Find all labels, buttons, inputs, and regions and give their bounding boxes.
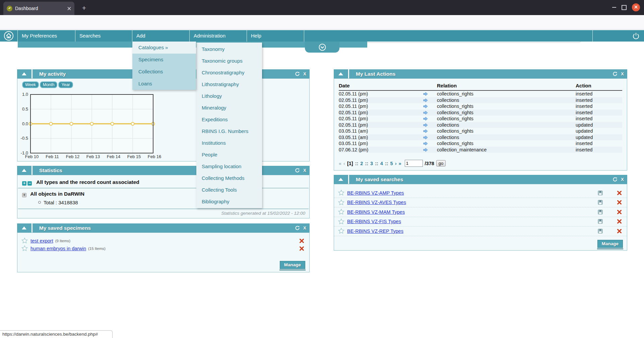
saved-specimen-link[interactable]: test export	[30, 238, 53, 244]
collapse-button[interactable]	[17, 69, 31, 78]
logout-power-button[interactable]	[629, 32, 643, 41]
go-button[interactable]: go	[436, 160, 446, 166]
submenu-item[interactable]: Lithology	[196, 90, 262, 102]
submenu-item[interactable]: Institutions	[196, 137, 262, 149]
window-maximize-button[interactable]	[622, 5, 627, 10]
new-tab-button[interactable]: +	[79, 3, 89, 13]
delete-icon[interactable]	[617, 191, 622, 195]
star-icon[interactable]	[338, 228, 344, 234]
menu-item-searches[interactable]: Searches	[75, 30, 132, 42]
last-page-button[interactable]: »	[399, 161, 401, 166]
save-icon[interactable]	[598, 209, 603, 214]
delete-icon[interactable]	[617, 219, 622, 224]
page-link[interactable]: 4	[380, 161, 383, 166]
submenu-item[interactable]: Chronostratigraphy	[196, 67, 262, 78]
menu-collapse-toggle[interactable]	[305, 42, 339, 53]
menu-item-collections[interactable]: Collections	[132, 66, 196, 78]
refresh-icon[interactable]	[295, 71, 300, 76]
page-link-group: ::4	[375, 161, 383, 166]
submenu-item[interactable]: Taxonomic groups	[196, 55, 262, 67]
saved-search-link[interactable]: BE-RBINS VZ-FIS Types	[347, 219, 401, 224]
menu-item-catalogues[interactable]: Catalogues »	[132, 42, 196, 54]
submenu-item[interactable]: Sampling location	[196, 160, 262, 172]
close-icon[interactable]: X	[303, 69, 306, 78]
refresh-icon[interactable]	[613, 71, 618, 76]
saved-search-row: BE-RBINS VZ-REP Types	[334, 226, 627, 236]
page-link[interactable]: 3	[370, 161, 373, 166]
submenu-item[interactable]: Expeditions	[196, 114, 262, 125]
saved-search-link[interactable]: BE-RBINS VZ-REP Types	[347, 228, 403, 234]
save-icon[interactable]	[598, 219, 603, 224]
submenu-item[interactable]: RBINS I.G. Numbers	[196, 125, 262, 137]
home-button[interactable]	[0, 30, 18, 42]
close-icon[interactable]: X	[621, 175, 624, 184]
menu-item-my-preferences[interactable]: My Preferences	[18, 30, 75, 42]
window-minimize-button[interactable]	[612, 7, 616, 8]
month-button[interactable]: Month	[40, 81, 58, 88]
page-link[interactable]: 2	[360, 161, 363, 166]
delete-icon[interactable]	[617, 210, 622, 214]
arrow-icon[interactable]	[423, 147, 428, 154]
submenu-item[interactable]: Bibliography	[196, 196, 262, 207]
menu-item-administration[interactable]: Administration	[190, 30, 247, 42]
saved-search-link[interactable]: BE-RBINS VZ-AVES Types	[347, 200, 406, 205]
star-icon[interactable]	[21, 245, 28, 252]
saved-search-link[interactable]: BE-RBINS VZ-AMP Types	[347, 190, 404, 196]
next-page-button[interactable]: ›	[395, 161, 397, 166]
star-icon[interactable]	[338, 218, 344, 225]
collapse-button[interactable]	[334, 69, 348, 78]
close-icon[interactable]: X	[303, 223, 306, 232]
svg-text:Feb 16: Feb 16	[148, 154, 161, 159]
delete-icon[interactable]	[300, 246, 304, 251]
page-input[interactable]	[405, 160, 423, 167]
star-icon[interactable]	[338, 209, 344, 215]
bullet-icon	[38, 201, 41, 204]
browser-tab[interactable]: Dashboard	[3, 2, 74, 15]
delete-icon[interactable]	[617, 200, 622, 205]
year-button[interactable]: Year	[58, 81, 73, 88]
submenu-item[interactable]: People	[196, 149, 262, 160]
delete-icon[interactable]	[617, 229, 622, 233]
refresh-icon[interactable]	[295, 168, 300, 173]
submenu-item[interactable]: Taxonomy	[196, 43, 262, 55]
submenu-item[interactable]: Mineralogy	[196, 102, 262, 114]
save-icon[interactable]	[598, 190, 603, 195]
collapse-all-icon[interactable]: −	[27, 181, 32, 186]
submenu-item[interactable]: Lithostratigraphy	[196, 78, 262, 90]
delete-icon[interactable]	[300, 239, 304, 243]
saved-specimen-link[interactable]: human embryos in darwin	[30, 246, 86, 251]
save-icon[interactable]	[598, 200, 603, 205]
submenu-item-label: People	[202, 152, 217, 157]
save-icon[interactable]	[598, 228, 603, 233]
star-icon[interactable]	[21, 238, 28, 244]
manage-button[interactable]: Manage	[597, 240, 623, 248]
menu-item-help[interactable]: Help	[247, 30, 304, 42]
manage-button[interactable]: Manage	[280, 261, 305, 269]
widget-title: My saved searches	[356, 177, 403, 182]
expand-all-icon[interactable]: +	[22, 181, 26, 186]
cell-action: inserted	[576, 91, 592, 97]
menu-item-add[interactable]: Add	[132, 30, 190, 42]
collapse-button[interactable]	[17, 223, 31, 232]
close-icon[interactable]: X	[303, 166, 306, 175]
submenu-item[interactable]: Collecting Methods	[196, 172, 262, 184]
saved-search-link[interactable]: BE-RBINS VZ-MAM Types	[347, 209, 405, 215]
close-icon[interactable]: X	[621, 69, 624, 78]
week-button[interactable]: Week	[22, 81, 39, 88]
refresh-icon[interactable]	[295, 225, 300, 230]
widget-statistics: +− All types and the record count associ…	[17, 175, 310, 218]
menu-item-specimens[interactable]: Specimens	[132, 54, 196, 66]
expand-icon[interactable]: +	[22, 193, 26, 197]
star-icon[interactable]	[338, 190, 344, 196]
star-icon[interactable]	[338, 199, 344, 206]
tab-close-icon[interactable]	[67, 7, 71, 10]
refresh-icon[interactable]	[613, 177, 618, 182]
page-separator: ::	[385, 161, 388, 166]
page-link[interactable]: 5	[390, 161, 393, 166]
submenu-item[interactable]: Collecting Tools	[196, 184, 262, 196]
first-page-button: «	[339, 161, 341, 166]
collapse-button[interactable]	[334, 175, 348, 184]
window-close-button[interactable]: ✕	[632, 3, 640, 11]
collapse-button[interactable]	[17, 166, 31, 175]
menu-item-loans[interactable]: Loans	[132, 78, 196, 90]
